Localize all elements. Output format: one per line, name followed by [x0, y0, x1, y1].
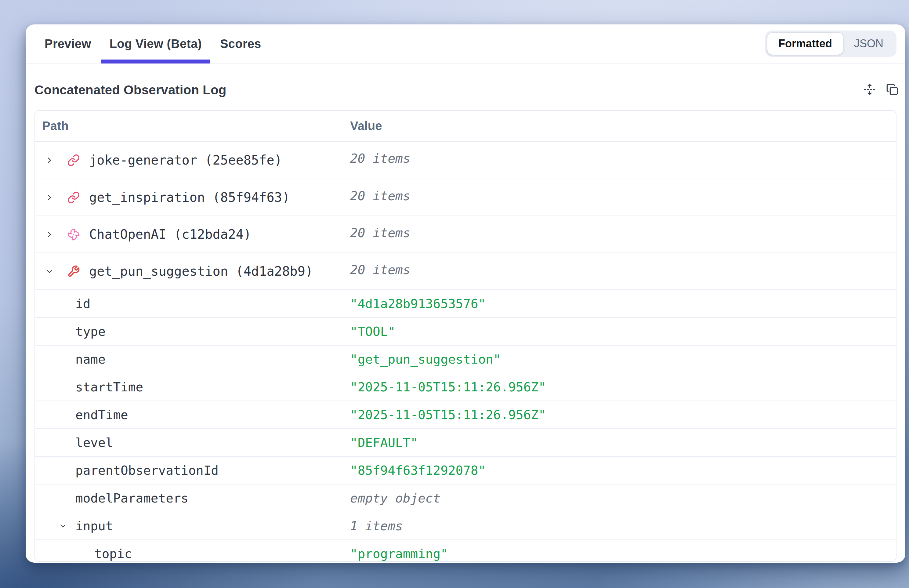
table-row: endTime"2025-11-05T15:11:26.956Z": [35, 401, 896, 428]
table-row[interactable]: ChatOpenAI (c12bda24)20 items: [35, 216, 896, 252]
tab-log-view[interactable]: Log View (Beta): [101, 24, 210, 63]
path-cell: parentObservationId: [35, 463, 350, 478]
unfold-vertical-icon: [864, 83, 876, 97]
expand-all-button[interactable]: [863, 83, 876, 97]
column-header-value: Value: [350, 119, 896, 133]
table-row: name"get_pun_suggestion": [35, 345, 896, 373]
table-row[interactable]: get_pun_suggestion (4d1a28b9)20 items: [35, 252, 896, 289]
tab-bar: Preview Log View (Beta) Scores Formatted…: [26, 24, 905, 63]
value-cell: empty object: [350, 491, 896, 506]
section-head: Concatenated Observation Log: [34, 81, 896, 100]
desktop-background: { "tabs": [ { "label": "Preview", "activ…: [0, 0, 909, 588]
table-row: modelParametersempty object: [35, 484, 896, 512]
path-cell: startTime: [35, 380, 350, 394]
path-cell: endTime: [35, 407, 350, 422]
table-body: joke-generator (25ee85fe)20 itemsget_ins…: [35, 142, 896, 562]
path-cell: level: [35, 435, 350, 450]
row-label: get_inspiration (85f94f63): [89, 190, 290, 205]
value-cell: "2025-11-05T15:11:26.956Z": [350, 380, 896, 395]
table-row[interactable]: get_inspiration (85f94f63)20 items: [35, 179, 896, 216]
table-row: topic"programming": [35, 540, 896, 562]
path-cell: get_inspiration (85f94f63): [35, 179, 350, 216]
fan-icon: [67, 228, 80, 241]
value-cell: "DEFAULT": [350, 435, 896, 450]
row-label: type: [75, 324, 106, 339]
chevron-down-icon[interactable]: [45, 267, 54, 276]
wrench-icon: [67, 265, 80, 278]
link-icon: [67, 191, 80, 204]
table-row[interactable]: input1 items: [35, 512, 896, 540]
chevron-right-icon[interactable]: [45, 156, 54, 165]
path-cell: name: [35, 352, 350, 367]
row-label: level: [75, 435, 113, 450]
row-label: topic: [94, 546, 132, 561]
row-label: name: [75, 352, 106, 367]
value-cell: 20 items: [350, 142, 896, 166]
tab-preview[interactable]: Preview: [36, 24, 100, 63]
row-label: input: [75, 519, 113, 533]
chevron-right-icon[interactable]: [45, 230, 54, 239]
chevron-down-icon[interactable]: [59, 522, 67, 530]
path-cell: id: [35, 296, 350, 311]
path-cell: ChatOpenAI (c12bda24): [35, 216, 350, 252]
table-row: type"TOOL": [35, 317, 896, 345]
table-row: parentObservationId"85f94f63f1292078": [35, 456, 896, 484]
table-row: id"4d1a28b913653576": [35, 289, 896, 317]
path-cell: joke-generator (25ee85fe): [35, 142, 350, 179]
format-option-json[interactable]: JSON: [843, 33, 894, 55]
value-cell: 20 items: [350, 253, 896, 278]
value-cell: "TOOL": [350, 324, 896, 339]
row-label: joke-generator (25ee85fe): [89, 153, 282, 168]
row-label: modelParameters: [75, 491, 188, 506]
value-cell: 1 items: [350, 519, 896, 534]
copy-button[interactable]: [885, 83, 899, 97]
column-header-path: Path: [35, 119, 350, 133]
value-cell: "get_pun_suggestion": [350, 352, 896, 367]
value-cell: "programming": [350, 546, 896, 561]
tab-scores[interactable]: Scores: [212, 24, 270, 63]
table-row: startTime"2025-11-05T15:11:26.956Z": [35, 373, 896, 401]
copy-icon: [886, 83, 898, 97]
path-cell: get_pun_suggestion (4d1a28b9): [35, 253, 350, 289]
format-toggle: Formatted JSON: [765, 31, 896, 57]
trace-panel: Preview Log View (Beta) Scores Formatted…: [26, 24, 905, 563]
table-header: Path Value: [35, 111, 896, 142]
row-label: endTime: [75, 407, 128, 422]
table-row[interactable]: joke-generator (25ee85fe)20 items: [35, 142, 896, 179]
path-cell: modelParameters: [35, 491, 350, 506]
value-cell: "85f94f63f1292078": [350, 463, 896, 478]
link-icon: [67, 154, 80, 167]
row-label: ChatOpenAI (c12bda24): [89, 227, 251, 242]
value-cell: 20 items: [350, 179, 896, 204]
row-label: get_pun_suggestion (4d1a28b9): [89, 264, 313, 279]
path-cell: topic: [35, 546, 350, 561]
tabs: Preview Log View (Beta) Scores: [36, 24, 270, 63]
page-title: Concatenated Observation Log: [34, 83, 226, 97]
table-row: level"DEFAULT": [35, 428, 896, 456]
log-table: Path Value joke-generator (25ee85fe)20 i…: [34, 110, 896, 562]
chevron-right-icon[interactable]: [45, 193, 54, 202]
head-actions: [863, 83, 899, 97]
row-label: parentObservationId: [75, 463, 218, 478]
format-option-formatted[interactable]: Formatted: [767, 33, 843, 55]
value-cell: "4d1a28b913653576": [350, 296, 896, 312]
row-label: id: [75, 296, 90, 311]
value-cell: 20 items: [350, 216, 896, 241]
path-cell: input: [35, 519, 350, 533]
row-label: startTime: [75, 380, 143, 394]
value-cell: "2025-11-05T15:11:26.956Z": [350, 407, 896, 423]
path-cell: type: [35, 324, 350, 339]
